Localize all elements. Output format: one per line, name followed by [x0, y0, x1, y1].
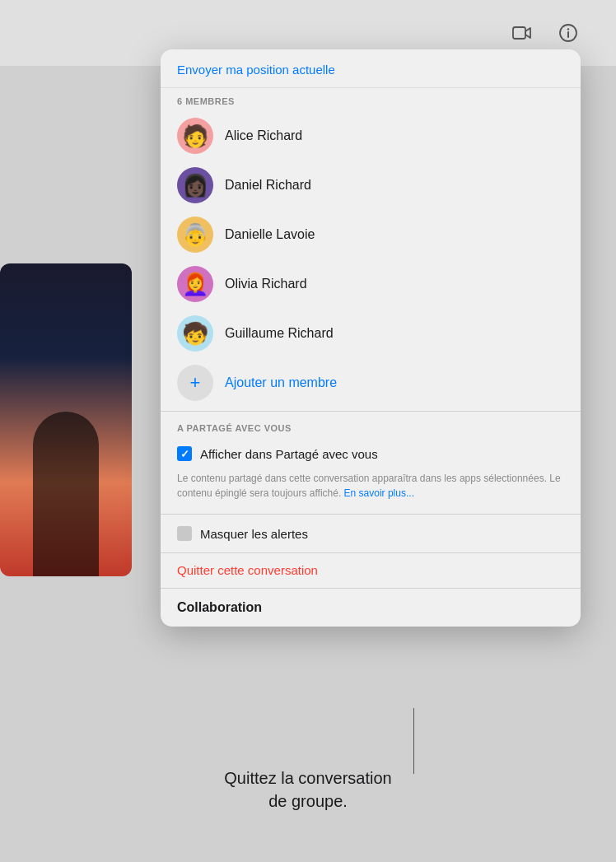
- show-shared-label: Afficher dans Partagé avec vous: [200, 447, 378, 461]
- leave-conversation-row[interactable]: Quitter cette conversation: [161, 552, 581, 589]
- list-item[interactable]: 👵 Danielle Lavoie: [161, 210, 581, 259]
- list-item[interactable]: 🧑 Alice Richard: [161, 111, 581, 161]
- member-name: Daniel Richard: [225, 178, 311, 193]
- member-name: Alice Richard: [225, 128, 302, 143]
- avatar: 👩‍🦰: [177, 266, 213, 302]
- mute-alerts-label: Masquer les alertes: [200, 527, 308, 541]
- show-shared-row[interactable]: ✓ Afficher dans Partagé avec vous: [161, 438, 581, 469]
- avatar: 🧑: [177, 118, 213, 154]
- shared-with-you-section: A PARTAGÉ AVEC VOUS ✓ Afficher dans Part…: [161, 415, 581, 514]
- member-name: Danielle Lavoie: [225, 227, 315, 242]
- mute-alerts-checkbox[interactable]: [177, 526, 192, 541]
- avatar: 👵: [177, 217, 213, 253]
- list-item[interactable]: 👩🏿 Daniel Richard: [161, 161, 581, 210]
- learn-more-link[interactable]: En savoir plus...: [344, 487, 414, 499]
- member-name: Guillaume Richard: [225, 326, 334, 341]
- video-call-icon[interactable]: [507, 18, 537, 48]
- collaboration-label: Collaboration: [177, 600, 262, 614]
- add-member-icon: +: [177, 365, 213, 401]
- popover: Envoyer ma position actuelle 6 MEMBRES 🧑…: [161, 49, 581, 627]
- list-item[interactable]: 👩‍🦰 Olivia Richard: [161, 259, 581, 309]
- list-item[interactable]: 🧒 Guillaume Richard: [161, 309, 581, 358]
- avatar: 🧒: [177, 315, 213, 352]
- svg-rect-0: [513, 27, 525, 39]
- shared-description: Le contenu partagé dans cette conversati…: [161, 469, 581, 509]
- member-name: Olivia Richard: [225, 277, 307, 291]
- divider: [161, 411, 581, 412]
- add-member-label: Ajouter un membre: [225, 375, 337, 390]
- leave-conversation-label: Quitter cette conversation: [177, 563, 318, 577]
- mute-alerts-row[interactable]: Masquer les alertes: [161, 515, 581, 552]
- member-list: 🧑 Alice Richard 👩🏿 Daniel Richard 👵 Dani…: [161, 111, 581, 358]
- background-image-panel: [0, 263, 132, 576]
- members-section-label: 6 MEMBRES: [161, 88, 581, 111]
- info-icon[interactable]: [553, 18, 583, 48]
- svg-point-3: [567, 28, 569, 30]
- send-location-link[interactable]: Envoyer ma position actuelle: [177, 63, 335, 77]
- collaboration-row[interactable]: Collaboration: [161, 589, 581, 627]
- shared-section-label: A PARTAGÉ AVEC VOUS: [161, 415, 581, 438]
- show-shared-checkbox[interactable]: ✓: [177, 446, 192, 461]
- add-member-row[interactable]: + Ajouter un membre: [161, 358, 581, 408]
- avatar: 👩🏿: [177, 167, 213, 203]
- send-location-section: Envoyer ma position actuelle: [161, 49, 581, 88]
- callout-text: Quittez la conversation de groupe.: [224, 766, 391, 813]
- callout-line: [413, 708, 414, 774]
